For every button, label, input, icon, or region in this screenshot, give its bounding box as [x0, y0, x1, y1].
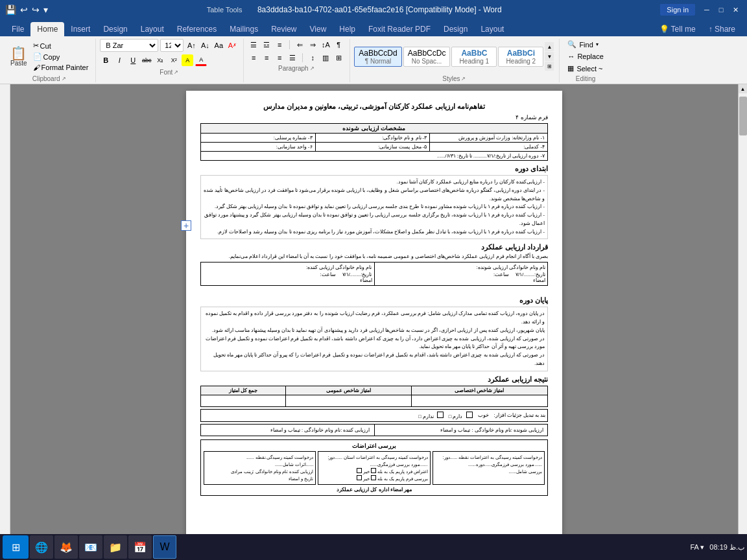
- clear-format-button[interactable]: A✗: [226, 40, 238, 51]
- show-formatting-button[interactable]: ¶: [333, 39, 344, 51]
- font-grow-button[interactable]: A↑: [185, 40, 197, 51]
- styles-grid: AaBbCcDd ¶ Normal AaBbCcDc No Spac... Aa…: [354, 42, 554, 71]
- tab-references[interactable]: References: [171, 22, 223, 36]
- clipboard-expand-icon[interactable]: ↗: [62, 76, 66, 82]
- appeals-section: بررسی اعتراضات درخواست کمیته رسیدگی به ا…: [200, 439, 548, 496]
- tab-insert[interactable]: Insert: [64, 22, 97, 36]
- replace-button[interactable]: ↔ Replace: [563, 51, 607, 62]
- evaluatee-sign: ارزیابی شونده :نام ونام خانوادگی : تیماب…: [374, 424, 548, 436]
- taskbar-browser1[interactable]: 🌐: [30, 535, 53, 559]
- font-color-button[interactable]: A: [195, 54, 207, 66]
- copy-button[interactable]: 📄 Copy: [31, 52, 91, 62]
- tab-tell-me[interactable]: 💡 Tell me: [653, 22, 702, 36]
- subscript-button[interactable]: X₂: [154, 54, 166, 66]
- style-normal[interactable]: AaBbCcDd ¶ Normal: [354, 47, 401, 67]
- format-painter-button[interactable]: 🖌 Format Painter: [31, 63, 91, 72]
- taskbar-calendar[interactable]: 📅: [128, 535, 152, 559]
- font-expand-icon[interactable]: ↗: [174, 69, 178, 75]
- tab-foxit[interactable]: Foxit Reader PDF: [362, 22, 437, 36]
- spec-row2-col3: ۶- واحد سازمانی:: [201, 143, 316, 152]
- section4-title: نتیجه ارزیابی عملکرد: [200, 375, 548, 384]
- share-button[interactable]: ↑ Share: [702, 22, 742, 36]
- tab-review[interactable]: Review: [265, 22, 303, 36]
- redo-icon[interactable]: ↪: [32, 5, 40, 15]
- add-row-button[interactable]: +: [181, 220, 191, 231]
- line-spacing-button[interactable]: ↕: [307, 52, 318, 64]
- restore-button[interactable]: □: [715, 3, 728, 16]
- sort-button[interactable]: ↕A: [320, 39, 331, 51]
- styles-more[interactable]: ⊞: [545, 62, 554, 71]
- close-button[interactable]: ✕: [729, 3, 742, 16]
- tab-mailings[interactable]: Mailings: [223, 22, 265, 36]
- taskbar-files[interactable]: 📁: [104, 535, 127, 559]
- align-right-button[interactable]: ≡: [274, 52, 285, 64]
- highlight-color-button[interactable]: A: [182, 54, 193, 66]
- vertical-scrollbar[interactable]: ▲ ▼: [738, 84, 747, 546]
- undo-icon[interactable]: ↩: [20, 5, 28, 15]
- tab-home[interactable]: Home: [30, 22, 64, 36]
- font-size-select[interactable]: 12: [160, 39, 184, 52]
- editing-label: Editing: [576, 74, 596, 82]
- justify-button[interactable]: ☰: [287, 52, 298, 64]
- contract-evaluator-details: تاریخ:......../۷/۱ ساعت:: [203, 272, 372, 277]
- window-controls[interactable]: ─ □ ✕: [700, 3, 742, 16]
- strikethrough-button[interactable]: abc: [141, 54, 152, 66]
- numbering-button[interactable]: ☲: [261, 39, 272, 51]
- taskbar-right: FA ▾ 08:19 ب.ظ: [690, 543, 744, 552]
- taskbar-browser2[interactable]: 🦊: [54, 535, 78, 559]
- quick-access-toolbar[interactable]: 💾 ↩ ↪ ▾: [5, 5, 48, 15]
- paste-button[interactable]: 📋 Paste: [8, 45, 30, 68]
- paste-icon: 📋: [10, 47, 27, 60]
- taskbar-word[interactable]: W: [153, 535, 176, 559]
- align-left-button[interactable]: ≡: [248, 52, 259, 64]
- document-area[interactable]: + تفاهم‌نامه ارزیابی عملکرد کارکنان آموز…: [10, 84, 738, 546]
- superscript-button[interactable]: X²: [168, 54, 180, 66]
- italic-button[interactable]: I: [113, 54, 125, 66]
- appeals-footer: مهر امضاء اداره کل ارزیابی عملکرد: [204, 487, 545, 493]
- save-icon[interactable]: 💾: [5, 5, 16, 15]
- select-button[interactable]: ▦ Select ~: [563, 63, 607, 74]
- font-name-select[interactable]: B Zar: [100, 39, 158, 52]
- find-button[interactable]: 🔍 Find ▾: [563, 39, 607, 50]
- style-heading1[interactable]: AaBbC Heading 1: [451, 47, 497, 67]
- tab-table-layout[interactable]: Layout: [474, 22, 510, 36]
- decrease-indent-button[interactable]: ⇐: [294, 39, 305, 51]
- customize-quick-access-icon[interactable]: ▾: [43, 5, 48, 15]
- section1-title: ابتدای دوره: [200, 165, 548, 173]
- taskbar-mail[interactable]: 📧: [79, 535, 102, 559]
- style-no-space[interactable]: AaBbCcDc No Spac...: [403, 47, 451, 67]
- borders-button[interactable]: ⊞: [333, 52, 344, 64]
- tab-file[interactable]: File: [5, 22, 30, 36]
- styles-scroll-up[interactable]: ▲: [545, 42, 554, 51]
- document-page: + تفاهم‌نامه ارزیابی عملکرد کارکنان آموز…: [186, 91, 562, 546]
- start-button[interactable]: ⊞: [3, 535, 29, 559]
- styles-expand-icon[interactable]: ↗: [461, 76, 466, 82]
- bold-button[interactable]: B: [100, 54, 112, 66]
- tab-help[interactable]: Help: [333, 22, 362, 36]
- paragraph-label: Paragraph ↗: [278, 64, 314, 72]
- paragraph-expand-icon[interactable]: ↗: [310, 65, 314, 71]
- tab-view[interactable]: View: [303, 22, 333, 36]
- tab-layout[interactable]: Layout: [134, 22, 171, 36]
- sign-in-button[interactable]: Sign in: [660, 4, 695, 16]
- scroll-thumb[interactable]: [739, 97, 747, 135]
- underline-button[interactable]: U: [127, 54, 139, 66]
- shading-button[interactable]: ▥: [320, 52, 331, 64]
- spec-row1-col1: ۱- نام وزارتخانه: وزارت آموزش و پرورش: [430, 134, 548, 143]
- font-shrink-button[interactable]: A↓: [199, 40, 211, 51]
- clipboard-group: 📋 Paste ✂ Cut 📄 Copy 🖌 Format Painter Cl…: [5, 39, 96, 82]
- styles-scroll-down[interactable]: ▼: [545, 52, 554, 61]
- tab-design[interactable]: Design: [97, 22, 134, 36]
- increase-indent-button[interactable]: ⇒: [307, 39, 318, 51]
- bullets-button[interactable]: ☰: [248, 39, 259, 51]
- change-case-button[interactable]: Aa: [213, 40, 224, 51]
- style-heading2[interactable]: AaBbCi Heading 2: [498, 47, 543, 67]
- minimize-button[interactable]: ─: [700, 3, 713, 16]
- styles-group: AaBbCcDd ¶ Normal AaBbCcDc No Spac... Aa…: [351, 39, 560, 82]
- cut-button[interactable]: ✂ Cut: [31, 41, 91, 51]
- tab-table-design[interactable]: Design: [437, 22, 474, 36]
- multilevel-list-button[interactable]: ≡: [274, 39, 285, 51]
- find-icon: 🔍: [567, 40, 576, 49]
- scroll-up-button[interactable]: ▲: [739, 84, 748, 93]
- align-center-button[interactable]: ≡: [261, 52, 272, 64]
